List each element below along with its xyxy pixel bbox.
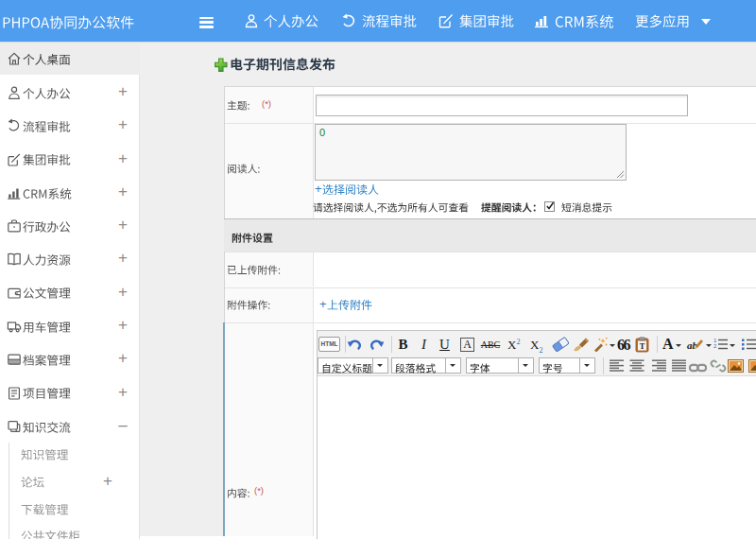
svg-text:T: T xyxy=(640,340,645,350)
svg-text:ab: ab xyxy=(687,339,698,351)
svg-text:2: 2 xyxy=(713,343,717,349)
